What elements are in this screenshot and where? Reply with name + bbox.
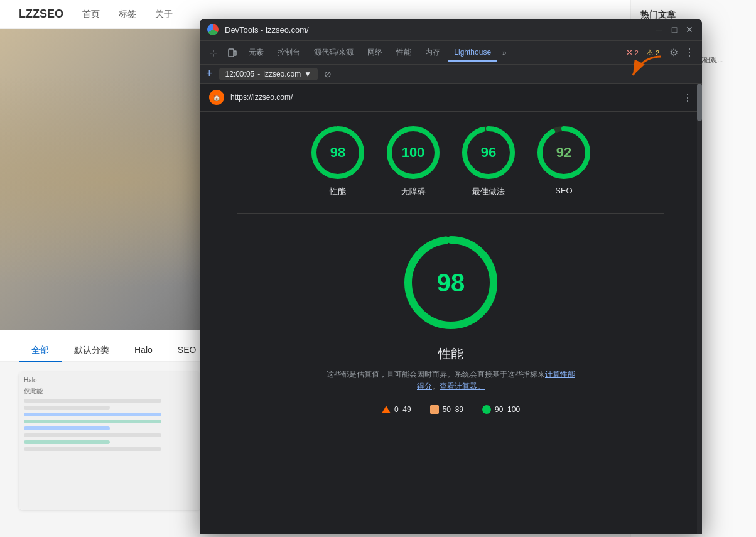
legend-red: 0–49 (382, 405, 411, 414)
calc-link[interactable]: 查看计算器。 (440, 382, 485, 391)
score-label-seo: SEO (555, 186, 572, 195)
warn-count: 2 (656, 49, 659, 57)
legend-orange-label: 50–89 (443, 405, 463, 414)
legend-green-label: 90–100 (495, 405, 520, 414)
scrollbar-thumb[interactable] (697, 84, 702, 121)
card-line-2 (24, 406, 110, 410)
block-icon[interactable]: ⊘ (324, 69, 332, 79)
score-circle-performance: 98 (310, 124, 366, 181)
card-line-7 (24, 440, 110, 444)
error-x-icon: ✕ (626, 48, 633, 57)
card-line-3 (24, 413, 161, 416)
score-value-seo: 92 (556, 144, 571, 161)
more-tabs-button[interactable]: » (499, 46, 510, 60)
maximize-button[interactable]: □ (669, 24, 679, 35)
score-value-best-practices: 96 (481, 144, 496, 161)
error-badge: ✕ 2 (626, 48, 639, 57)
card-line-1 (24, 399, 161, 403)
add-tab-button[interactable]: + (206, 67, 213, 80)
score-label-accessibility: 无障碍 (401, 186, 426, 197)
score-value-performance: 98 (330, 144, 345, 161)
svg-rect-1 (229, 49, 234, 57)
bg-logo: LZZSEO (19, 8, 63, 21)
devtools-window: DevTools - lzzseo.com/ ─ □ ✕ ⊹ 元素 控制台 (200, 19, 702, 534)
svg-rect-2 (234, 51, 236, 55)
warn-triangle-icon: ⚠ (646, 48, 654, 57)
score-value-accessibility: 100 (402, 144, 425, 161)
score-accessibility[interactable]: 100 无障碍 (385, 124, 441, 197)
lighthouse-description: 这些都是估算值，且可能会因时而异。系统会直接基于这些指标来计算性能得分。查看计算… (327, 369, 575, 393)
scrollbar[interactable] (697, 84, 702, 534)
url-display[interactable]: 12:00:05 - lzzseo.com ▼ (219, 68, 318, 80)
score-circle-accessibility: 100 (385, 124, 441, 181)
tab-elements[interactable]: 元素 (242, 43, 270, 62)
bg-tab-halo[interactable]: Halo (122, 340, 165, 362)
devtools-menubar: ⊹ 元素 控制台 源代码/来源 网络 性能 内存 Lighthouse » ✕ … (200, 41, 702, 65)
devtools-content: 🏠 https://lzzseo.com/ ⋮ 98 (200, 84, 702, 534)
tab-lighthouse[interactable]: Lighthouse (448, 44, 497, 62)
lighthouse-legend: 0–49 50–89 90–100 (382, 405, 520, 414)
large-score-value: 98 (437, 269, 465, 297)
legend-red-label: 0–49 (394, 405, 411, 414)
settings-icon[interactable]: ⚙ (667, 46, 681, 58)
score-circle-seo: 92 (536, 124, 592, 181)
bg-nav-home[interactable]: 首页 (82, 9, 100, 20)
bg-nav-tags[interactable]: 标签 (119, 9, 136, 20)
tab-performance[interactable]: 性能 (390, 43, 418, 62)
lighthouse-large-section: 98 性能 这些都是估算值，且可能会因时而异。系统会直接基于这些指标来计算性能得… (237, 213, 664, 426)
score-performance[interactable]: 98 性能 (310, 124, 366, 197)
warn-badge: ⚠ 2 (646, 48, 659, 57)
legend-red-icon (382, 406, 391, 413)
devtools-titlebar: DevTools - lzzseo.com/ ─ □ ✕ (200, 19, 702, 41)
bg-tab-all[interactable]: 全部 (19, 340, 62, 362)
legend-orange-icon (430, 405, 439, 414)
url-time: 12:00:05 (225, 70, 255, 79)
lighthouse-more-button[interactable]: ⋮ (683, 92, 693, 104)
bg-nav-about[interactable]: 关于 (155, 9, 173, 20)
devtools-pointer-icon[interactable]: ⊹ (205, 44, 222, 62)
card-line-8 (24, 447, 161, 451)
chrome-icon (207, 24, 219, 35)
error-count: 2 (635, 49, 639, 57)
minimize-button[interactable]: ─ (654, 24, 664, 35)
legend-green-icon (482, 405, 491, 414)
url-dropdown-icon: ▼ (304, 70, 311, 79)
url-text: lzzseo.com (263, 70, 301, 79)
lighthouse-scores-row: 98 性能 100 无障碍 (310, 124, 592, 197)
tab-memory[interactable]: 内存 (419, 43, 446, 62)
large-score-circle: 98 (401, 232, 501, 333)
large-score-title: 性能 (438, 345, 463, 362)
bg-card-1[interactable]: Halo 仅此能 (19, 372, 201, 510)
url-separator: - (257, 70, 260, 79)
close-button[interactable]: ✕ (684, 24, 694, 35)
score-label-best-practices: 最佳做法 (472, 186, 505, 197)
score-circle-best-practices: 96 (460, 124, 517, 181)
card-line-6 (24, 433, 161, 437)
score-label-performance: 性能 (330, 186, 346, 197)
tab-console[interactable]: 控制台 (271, 43, 306, 62)
lighthouse-logo: 🏠 (209, 90, 224, 105)
score-seo[interactable]: 92 SEO (536, 124, 592, 197)
score-best-practices[interactable]: 96 最佳做法 (460, 124, 517, 197)
lighthouse-url: https://lzzseo.com/ (230, 93, 676, 102)
bg-card-title: Halo (24, 377, 37, 384)
tab-sources[interactable]: 源代码/来源 (308, 43, 360, 62)
devtools-more-icon[interactable]: ⋮ (682, 46, 697, 58)
devtools-device-icon[interactable] (224, 44, 241, 62)
bg-tab-default[interactable]: 默认分类 (62, 340, 122, 362)
devtools-addressbar: + 12:00:05 - lzzseo.com ▼ ⊘ (200, 65, 702, 84)
card-line-5 (24, 426, 110, 430)
tab-network[interactable]: 网络 (361, 43, 389, 62)
lighthouse-scores-area: 98 性能 100 无障碍 (200, 112, 702, 534)
lighthouse-urlbar: 🏠 https://lzzseo.com/ ⋮ (200, 84, 702, 112)
card-line-4 (24, 420, 161, 423)
bg-card-badge: 仅此能 (24, 387, 43, 396)
devtools-title: DevTools - lzzseo.com/ (225, 25, 648, 35)
legend-green: 90–100 (482, 405, 520, 414)
legend-orange: 50–89 (430, 405, 463, 414)
window-controls: ─ □ ✕ (654, 24, 694, 35)
